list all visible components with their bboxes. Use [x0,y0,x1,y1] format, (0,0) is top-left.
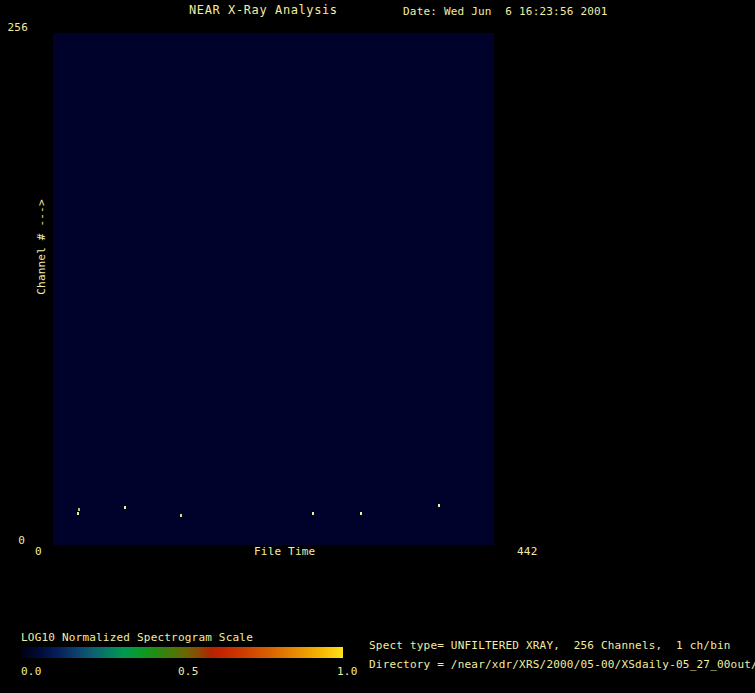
directory-line: Directory = /near/xdr/XRS/2000/05-00/XSd… [369,658,755,671]
colorbar-tick-max: 1.0 [337,665,357,678]
app-background: { "window": { "title": "NEAR X-Ray Analy… [0,0,755,693]
y-axis-title: Channel # ---> [35,176,49,318]
spectrogram-point [124,506,126,509]
colorbar-tick-mid: 0.5 [178,665,198,678]
date-label: Date: Wed Jun 6 16:23:56 2001 [403,5,608,18]
spectrogram-point [77,512,79,515]
spectrogram-point [78,508,80,511]
y-axis-min-label: 0 [6,534,25,547]
colorbar-tick-min: 0.0 [21,665,41,678]
x-axis-min-label: 0 [35,545,42,558]
colorbar-gradient [21,647,343,658]
page-title: NEAR X-Ray Analysis [189,4,338,17]
spectrogram-plot-area[interactable] [53,33,494,545]
spectrogram-point [180,514,182,517]
spect-type-line: Spect type= UNFILTERED XRAY, 256 Channel… [369,639,731,652]
x-axis-title: File Time [254,545,315,558]
colorbar-title: LOG10 Normalized Spectrogram Scale [21,631,253,644]
spectrogram-point [438,504,440,507]
y-axis-max-label: 256 [6,21,28,34]
spectrogram-point [312,512,314,515]
spectrogram-point [360,512,362,515]
x-axis-max-label: 442 [517,545,537,558]
